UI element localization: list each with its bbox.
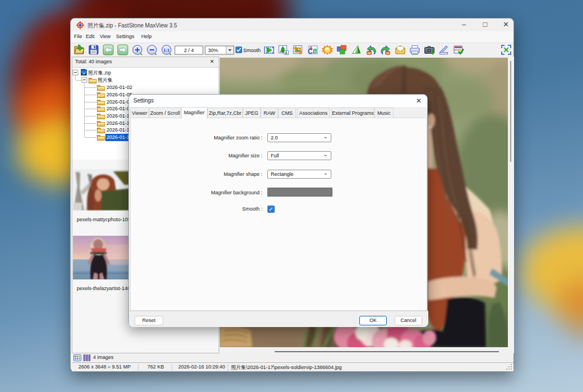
svg-text:Smooth: Smooth xyxy=(243,48,261,53)
svg-text:1:1: 1:1 xyxy=(164,48,170,53)
svg-text:30%: 30% xyxy=(208,48,218,53)
svg-text:B: B xyxy=(313,48,317,54)
svg-text:ZIP: ZIP xyxy=(82,72,86,75)
svg-text:88: 88 xyxy=(367,52,371,55)
svg-text:C: C xyxy=(308,48,313,55)
svg-text:2 / 4: 2 / 4 xyxy=(184,48,194,53)
svg-text:88: 88 xyxy=(386,52,389,55)
